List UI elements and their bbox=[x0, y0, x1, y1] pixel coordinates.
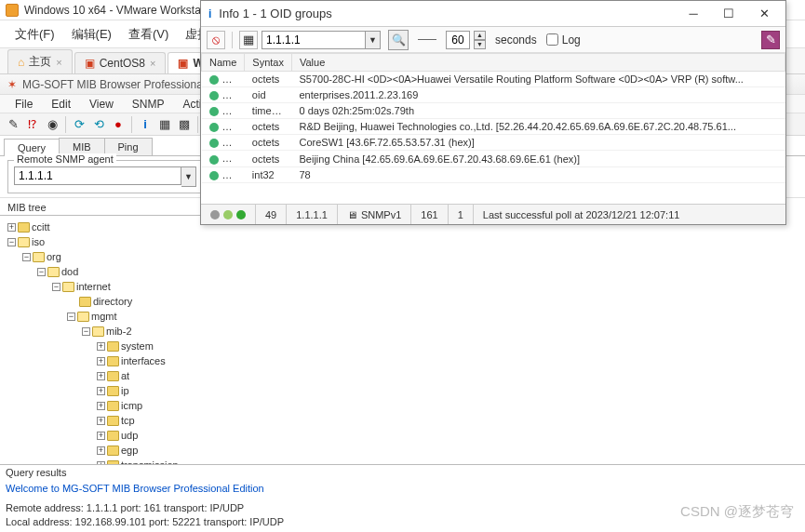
collapse-icon[interactable]: − bbox=[67, 313, 75, 321]
tb-icon-2[interactable]: ⁉ bbox=[23, 115, 42, 134]
query-results[interactable]: Welcome to MG-SOFT MIB Browser Professio… bbox=[0, 480, 805, 532]
tree-mgmt[interactable]: mgmt bbox=[91, 309, 117, 324]
tb-icon-6[interactable]: ● bbox=[109, 115, 127, 134]
folder-icon bbox=[107, 416, 119, 426]
tb-grid-icon[interactable]: ▩ bbox=[175, 115, 194, 134]
table-row[interactable]: sysDescr.0octetsS5700-28C-HI <0D><0A>Hua… bbox=[202, 72, 785, 87]
main-area: MIB tree +ccitt −iso −org −dod −internet… bbox=[0, 198, 805, 464]
table-row[interactable]: sysObjectID.0oidenterprises.2011.2.23.16… bbox=[202, 87, 785, 103]
info-icon: i bbox=[208, 7, 211, 20]
tree-iso[interactable]: iso bbox=[32, 234, 45, 249]
tree-internet[interactable]: internet bbox=[76, 279, 111, 294]
close-button[interactable]: ✕ bbox=[750, 4, 778, 24]
vm-menu-view[interactable]: 查看(V) bbox=[121, 22, 176, 47]
log-checkbox[interactable]: Log bbox=[546, 33, 581, 47]
tree-mib2[interactable]: mib-2 bbox=[106, 324, 132, 339]
stop-icon[interactable]: ⦸ bbox=[207, 31, 225, 49]
table-row[interactable]: sysUpTime.0timeticks0 days 02h:25m:02s.7… bbox=[202, 103, 785, 119]
tab-centos[interactable]: ▣ CentOS8 × bbox=[74, 52, 167, 73]
vm-menu-file[interactable]: 文件(F) bbox=[7, 22, 62, 47]
folder-icon bbox=[33, 252, 45, 262]
leaf-icon bbox=[209, 123, 219, 132]
tree-udp[interactable]: udp bbox=[121, 428, 138, 443]
close-icon[interactable]: × bbox=[150, 58, 155, 69]
expand-icon[interactable]: + bbox=[97, 402, 105, 410]
status-host: 1.1.1.1 bbox=[287, 205, 338, 224]
col-value[interactable]: Value bbox=[291, 54, 785, 72]
status-port: 161 bbox=[411, 205, 448, 224]
tree-dod[interactable]: dod bbox=[61, 264, 78, 279]
mib-tree[interactable]: +ccitt −iso −org −dod −internet director… bbox=[0, 219, 200, 464]
collapse-icon[interactable]: − bbox=[82, 327, 90, 336]
tool-icon[interactable]: ✎ bbox=[761, 31, 780, 49]
tb-icon-5[interactable]: ⟲ bbox=[89, 115, 108, 134]
log-label: Log bbox=[562, 33, 581, 47]
status-msg: Last successful poll at 2023/12/21 12:07… bbox=[474, 205, 785, 224]
folder-icon bbox=[107, 386, 119, 396]
info-titlebar[interactable]: i Info 1 - 1 OID groups ─ ☐ ✕ bbox=[201, 1, 785, 27]
tree-at[interactable]: at bbox=[121, 368, 129, 383]
vm-icon: ▣ bbox=[178, 57, 188, 70]
info-host-input[interactable] bbox=[262, 31, 366, 49]
tb-icon-3[interactable]: ◉ bbox=[43, 115, 61, 134]
tree-org[interactable]: org bbox=[47, 249, 61, 264]
expand-icon[interactable]: + bbox=[97, 446, 105, 455]
collapse-icon[interactable]: − bbox=[7, 238, 16, 246]
info-table[interactable]: Name Syntax Value sysDescr.0octetsS5700-… bbox=[201, 53, 785, 204]
collapse-icon[interactable]: − bbox=[52, 283, 60, 291]
menu-file[interactable]: File bbox=[6, 96, 42, 113]
close-icon[interactable]: × bbox=[56, 57, 61, 68]
tree-transmission[interactable]: transmission bbox=[121, 458, 179, 464]
table-row[interactable]: sysServices.0int3278 bbox=[202, 166, 785, 182]
folder-icon bbox=[62, 282, 74, 292]
expand-icon[interactable]: + bbox=[97, 432, 105, 440]
collapse-icon[interactable]: − bbox=[22, 253, 31, 261]
table-row[interactable]: sysContact.0octetsR&D Beijing, Huawei Te… bbox=[202, 119, 785, 135]
col-name[interactable]: Name bbox=[202, 54, 245, 72]
minimize-button[interactable]: ─ bbox=[679, 4, 707, 24]
dropdown-icon[interactable]: ▼ bbox=[181, 166, 196, 187]
table-row[interactable]: sysName.0octetsCoreSW1 [43.6F.72.65.53.5… bbox=[202, 135, 785, 151]
expand-icon[interactable]: + bbox=[97, 417, 105, 425]
info-title-text: Info 1 - 1 OID groups bbox=[219, 7, 672, 20]
tb-icon-1[interactable]: ✎ bbox=[4, 115, 22, 134]
tree-system[interactable]: system bbox=[121, 339, 154, 353]
info-toolbar: ⦸ ▦ ▼ 🔍 ▲▼ seconds Log ✎ bbox=[201, 27, 785, 53]
tree-directory[interactable]: directory bbox=[93, 294, 132, 309]
interval-input[interactable] bbox=[446, 31, 470, 49]
app-icon: ✶ bbox=[7, 78, 17, 91]
tb-info-icon[interactable]: i bbox=[136, 115, 154, 134]
expand-icon[interactable]: + bbox=[97, 387, 105, 395]
expand-icon[interactable]: + bbox=[97, 342, 105, 351]
vm-menu-edit[interactable]: 编辑(E) bbox=[64, 22, 119, 47]
tree-interfaces[interactable]: interfaces bbox=[121, 353, 166, 368]
expand-icon[interactable]: + bbox=[97, 372, 105, 380]
remote-agent-input[interactable] bbox=[14, 166, 181, 185]
table-row[interactable]: sysLocation.0octetsBeijing China [42.65.… bbox=[202, 151, 785, 166]
folder-icon bbox=[77, 312, 89, 322]
expand-icon[interactable]: + bbox=[97, 357, 105, 366]
remote-agent-group: Remote SNMP agent ▼ 🔍 bbox=[7, 160, 227, 193]
tab-home[interactable]: ⌂ 主页 × bbox=[7, 49, 73, 73]
collapse-icon[interactable]: − bbox=[37, 268, 46, 276]
tb-table-icon[interactable]: ▦ bbox=[155, 115, 174, 134]
col-syntax[interactable]: Syntax bbox=[245, 54, 292, 72]
expand-icon[interactable]: + bbox=[7, 223, 16, 232]
menu-snmp[interactable]: SNMP bbox=[123, 96, 174, 113]
menu-edit[interactable]: Edit bbox=[42, 96, 80, 113]
tree-icmp[interactable]: icmp bbox=[121, 398, 142, 413]
interval-spinner[interactable]: ▲▼ bbox=[474, 31, 486, 49]
tree-egp[interactable]: egp bbox=[121, 443, 138, 458]
proto-icon: 🖥 bbox=[347, 209, 357, 220]
separator bbox=[418, 39, 436, 40]
host-lookup-button[interactable]: 🔍 bbox=[388, 30, 409, 50]
tree-ip[interactable]: ip bbox=[121, 383, 129, 398]
expand-icon[interactable]: + bbox=[97, 461, 105, 465]
menu-view[interactable]: View bbox=[80, 96, 123, 113]
tree-ccitt[interactable]: ccitt bbox=[32, 219, 50, 234]
dropdown-icon[interactable]: ▼ bbox=[366, 31, 381, 49]
grid-icon[interactable]: ▦ bbox=[239, 31, 258, 49]
tb-icon-4[interactable]: ⟳ bbox=[70, 115, 88, 134]
tree-tcp[interactable]: tcp bbox=[121, 413, 135, 428]
maximize-button[interactable]: ☐ bbox=[715, 4, 743, 24]
